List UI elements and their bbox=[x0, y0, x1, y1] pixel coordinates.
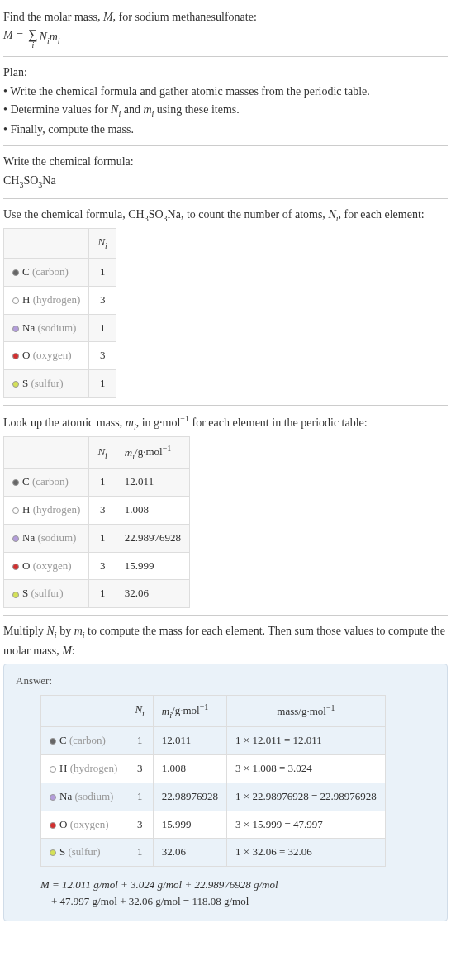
table-row: C (carbon)1 bbox=[4, 258, 116, 286]
n-header: Ni bbox=[89, 229, 116, 259]
intro-text-2: , for sodium methanesulfonate: bbox=[113, 11, 257, 23]
table-header-row: Ni mi/g·mol−1 mass/g·mol−1 bbox=[41, 696, 386, 727]
element-dot-icon bbox=[50, 849, 56, 856]
plan-bullet-3: • Finally, compute the mass. bbox=[3, 121, 448, 139]
table-row: O (oxygen)3 bbox=[4, 342, 116, 370]
element-dot-icon bbox=[12, 326, 19, 332]
step1-section: Write the chemical formula: CH3SO3Na bbox=[3, 148, 448, 196]
element-dot-icon bbox=[12, 564, 19, 570]
element-dot-icon bbox=[12, 269, 19, 276]
formula-m-eq: M = bbox=[3, 29, 26, 41]
table-header-row: Ni mi/g·mol−1 bbox=[4, 437, 190, 469]
element-dot-icon bbox=[12, 479, 19, 486]
step3-text: Look up the atomic mass, mi, in g·mol−1 … bbox=[3, 412, 448, 433]
table-header-row: Ni bbox=[4, 229, 116, 259]
plan-section: Plan: • Write the chemical formula and g… bbox=[3, 59, 448, 144]
table-row: S (sulfur)132.06 bbox=[4, 580, 190, 608]
step3-section: Look up the atomic mass, mi, in g·mol−1 … bbox=[3, 407, 448, 613]
element-dot-icon bbox=[12, 535, 19, 542]
table-row: S (sulfur)1 bbox=[4, 370, 116, 398]
m-header: mi/g·mol−1 bbox=[153, 696, 226, 727]
step1-heading: Write the chemical formula: bbox=[3, 153, 448, 171]
atom-count-table: Ni C (carbon)1 H (hydrogen)3 Na (sodium)… bbox=[3, 228, 116, 398]
intro-section: Find the molar mass, M, for sodium metha… bbox=[3, 3, 448, 55]
m-header: mi/g·mol−1 bbox=[116, 437, 189, 469]
table-row: H (hydrogen)3 bbox=[4, 286, 116, 314]
table-row: H (hydrogen)31.0083 × 1.008 = 3.024 bbox=[41, 754, 386, 783]
element-dot-icon bbox=[50, 822, 56, 829]
table-row: O (oxygen)315.9993 × 15.999 = 47.997 bbox=[41, 811, 386, 839]
empty-header bbox=[4, 437, 89, 469]
answer-box: Answer: Ni mi/g·mol−1 mass/g·mol−1 C (ca… bbox=[3, 664, 448, 921]
divider bbox=[3, 198, 448, 199]
n-header: Ni bbox=[126, 696, 153, 727]
element-dot-icon bbox=[12, 507, 19, 514]
answer-label: Answer: bbox=[16, 673, 435, 690]
plan-bullet-1: • Write the chemical formula and gather … bbox=[3, 83, 448, 101]
table-row: Na (sodium)122.989769281 × 22.98976928 =… bbox=[41, 783, 386, 811]
step4-text: Multiply Ni by mi to compute the mass fo… bbox=[3, 622, 448, 660]
final-equation: M = 12.011 g/mol + 3.024 g/mol + 22.9897… bbox=[40, 877, 435, 909]
element-dot-icon bbox=[50, 766, 56, 773]
step4-section: Multiply Ni by mi to compute the mass fo… bbox=[3, 617, 448, 926]
plan-heading: Plan: bbox=[3, 64, 448, 82]
element-dot-icon bbox=[50, 794, 56, 801]
table-row: H (hydrogen)31.008 bbox=[4, 497, 190, 525]
sum-expression: ∑ i Nimi bbox=[26, 28, 59, 50]
divider bbox=[3, 405, 448, 406]
divider bbox=[3, 56, 448, 57]
atomic-mass-table: Ni mi/g·mol−1 C (carbon)112.011 H (hydro… bbox=[3, 436, 190, 608]
intro-text: Find the molar mass, bbox=[3, 11, 103, 23]
mass-header: mass/g·mol−1 bbox=[227, 696, 386, 727]
intro-var-m: M bbox=[103, 11, 113, 23]
table-row: Na (sodium)122.98976928 bbox=[4, 524, 190, 552]
element-dot-icon bbox=[12, 353, 19, 359]
element-dot-icon bbox=[12, 381, 19, 388]
answer-table: Ni mi/g·mol−1 mass/g·mol−1 C (carbon)112… bbox=[40, 695, 386, 867]
empty-header bbox=[41, 696, 126, 727]
table-row: S (sulfur)132.061 × 32.06 = 32.06 bbox=[41, 839, 386, 867]
divider bbox=[3, 615, 448, 616]
step2-section: Use the chemical formula, CH3SO3Na, to c… bbox=[3, 201, 448, 403]
plan-bullet-2: • Determine values for Ni and mi using t… bbox=[3, 101, 448, 121]
table-row: Na (sodium)1 bbox=[4, 314, 116, 342]
table-row: O (oxygen)315.999 bbox=[4, 552, 190, 580]
empty-header bbox=[4, 229, 89, 259]
step2-text: Use the chemical formula, CH3SO3Na, to c… bbox=[3, 206, 448, 226]
divider bbox=[3, 145, 448, 146]
element-dot-icon bbox=[50, 738, 56, 745]
table-row: C (carbon)112.0111 × 12.011 = 12.011 bbox=[41, 727, 386, 755]
element-dot-icon bbox=[12, 592, 19, 598]
chemical-formula: CH3SO3Na bbox=[3, 172, 448, 192]
sigma-sub: i bbox=[31, 41, 34, 50]
element-dot-icon bbox=[12, 297, 19, 304]
sigma-symbol: ∑ bbox=[28, 28, 37, 41]
table-row: C (carbon)112.011 bbox=[4, 469, 190, 497]
n-header: Ni bbox=[89, 437, 116, 469]
